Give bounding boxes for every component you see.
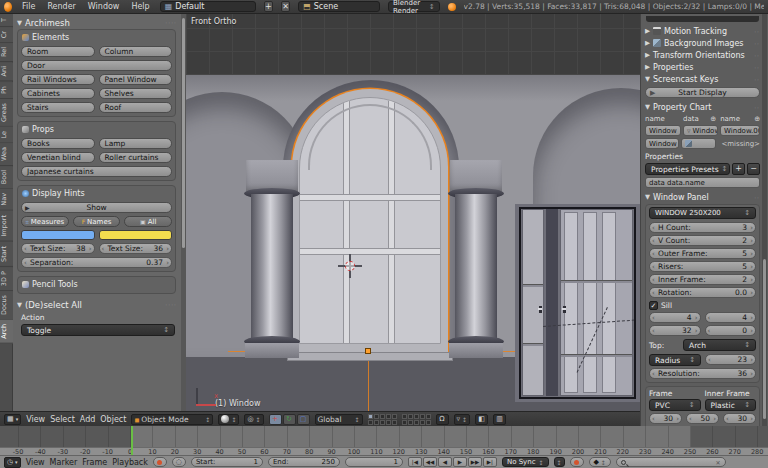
keying-search-field[interactable]: ✕ (616, 457, 726, 467)
properties-presets-dropdown[interactable]: Properties Presets ↕ (645, 163, 730, 175)
action-dropdown[interactable]: Toggle ↕ (21, 324, 175, 336)
window-panel-header[interactable]: ▼ Window Panel ·· (645, 191, 760, 203)
property-path-field[interactable]: data data.name (645, 177, 760, 188)
h-count-field[interactable]: ‹H Count:3› (649, 222, 756, 233)
layer-cell[interactable] (402, 420, 407, 425)
layer-cell[interactable] (386, 414, 391, 419)
extra-dropdown[interactable]: ↕ (554, 457, 565, 467)
sill-checkbox[interactable]: ✓ (649, 301, 658, 310)
layer-cell[interactable] (374, 420, 379, 425)
add-preset-button[interactable]: + (732, 163, 745, 175)
orientation-dropdown[interactable]: Global ↕ (315, 414, 363, 425)
blender-logo-icon[interactable] (4, 2, 12, 12)
books-button[interactable]: Books (21, 138, 95, 149)
background-images-panel-header[interactable]: ▶ Background Images ·· (645, 37, 760, 49)
increment-icon[interactable]: › (89, 244, 92, 254)
radius-value-field[interactable]: ‹23› (705, 354, 756, 365)
stairs-button[interactable]: Stairs (21, 102, 95, 113)
timeline-menu-view[interactable]: View (26, 458, 45, 467)
toolshelf-tab-t[interactable]: T (0, 14, 13, 27)
arched-window-object[interactable] (292, 89, 448, 355)
deselect-panel-header[interactable]: ▼ (De)select All ···· (13, 298, 181, 311)
layer-cell[interactable] (392, 420, 397, 425)
motion-tracking-panel-header[interactable]: ▶ Motion Tracking ·· (645, 25, 760, 37)
manipulator-rotate-button[interactable]: ↻ (283, 414, 296, 425)
manipulator-scale-button[interactable]: ▢ (297, 414, 310, 425)
frame-material-dropdown[interactable]: PVC↕ (649, 399, 701, 411)
lamp-button[interactable]: Lamp (99, 138, 173, 149)
toolshelf-tab-wea[interactable]: Wea (0, 143, 13, 166)
window-preset-dropdown[interactable]: WINDOW 250X200 ↕ (649, 207, 756, 219)
all-toggle[interactable]: ▣ All (124, 216, 172, 227)
layer-cell[interactable] (392, 414, 397, 419)
timeline-ruler[interactable]: -50-40-30-20-100102030405060708090100110… (0, 426, 768, 455)
viewport-menu-view[interactable]: View (26, 415, 45, 424)
measures-toggle[interactable]: ⌗ Measures (21, 216, 69, 227)
chart-name-field[interactable]: Window (645, 125, 681, 136)
layer-cell[interactable] (368, 420, 373, 425)
pencil-tools-section[interactable]: Pencil Tools (17, 276, 176, 294)
layer-cell[interactable] (380, 420, 385, 425)
screencast-keys-panel-header[interactable]: ▼ Screencast Keys ·· (645, 73, 760, 85)
frame-end-field[interactable]: End: 250 (268, 457, 340, 467)
menu-window[interactable]: Window (86, 2, 122, 11)
toolshelf-tab-le[interactable]: Le (0, 127, 13, 144)
3d-viewport[interactable]: Front Ortho (1) Window x (186, 14, 640, 411)
column-left[interactable] (244, 160, 300, 358)
sill-y-field[interactable]: ‹4› (705, 312, 757, 323)
toolshelf-tab-cr[interactable]: Cr (0, 27, 13, 43)
timeline-editor-type-button[interactable]: ◷▾ (4, 457, 21, 468)
layer-cell[interactable] (374, 414, 379, 419)
japanese-curtains-button[interactable]: Japanese curtains (21, 166, 172, 177)
roller-curtains-button[interactable]: Roller curtains (99, 152, 173, 163)
toolshelf-tab-import[interactable]: Import (0, 211, 13, 242)
radius-mode-dropdown[interactable]: Radius↕ (649, 354, 701, 366)
remove-preset-button[interactable]: − (747, 163, 760, 175)
next-keyframe-button[interactable]: ▶▶ (468, 457, 482, 467)
opengl-render-anim-button[interactable]: ▥ (493, 414, 506, 425)
layer-cell[interactable] (380, 414, 385, 419)
cabinets-button[interactable]: Cabinets (21, 88, 95, 99)
viewport-menu-object[interactable]: Object (100, 415, 126, 424)
play-reverse-button[interactable]: ◀ (438, 457, 452, 467)
inner-frame-material-dropdown[interactable]: Plastic↕ (705, 399, 757, 411)
snap-element-dropdown[interactable]: ▿↕ (454, 414, 471, 425)
transform-orientations-panel-header[interactable]: ▶ Transform Orientations ·· (645, 49, 760, 61)
names-color-swatch[interactable] (99, 230, 173, 240)
menu-file[interactable]: File (20, 2, 37, 11)
sync-dropdown[interactable]: No Sync ↕ (502, 457, 549, 467)
sill-x-field[interactable]: ‹4› (649, 312, 701, 323)
toolshelf-tab-3d-p[interactable]: 3D P (0, 267, 13, 291)
toolshelf-tab-ph[interactable]: Ph (0, 82, 13, 99)
increment-icon[interactable]: › (166, 244, 169, 254)
door-button[interactable]: Door (21, 60, 172, 71)
layer-cell[interactable] (420, 414, 425, 419)
sill-z-field[interactable]: ‹32› (649, 325, 701, 336)
add-data-icon[interactable]: ⊕ (710, 115, 716, 123)
keying-set-dropdown[interactable]: ◆↕ (589, 457, 611, 467)
jump-to-start-button[interactable]: |◀ (408, 457, 422, 467)
toolshelf-tab-nav[interactable]: Nav (0, 189, 13, 211)
chart-data-field[interactable]: ▿ Window... (683, 125, 718, 136)
chart-name2-field[interactable]: Window.002 (720, 125, 760, 136)
render-engine-selector[interactable]: Blender Render ↕ (388, 1, 440, 12)
layer-cell[interactable] (408, 414, 413, 419)
resolution-field[interactable]: ‹Resolution:36› (649, 368, 756, 379)
room-button[interactable]: Room (21, 46, 95, 57)
toolshelf-tab-ani[interactable]: Ani (0, 62, 13, 81)
opengl-render-button[interactable]: ◧ (475, 414, 488, 425)
mode-dropdown[interactable]: ◼ Object Mode ↕ (131, 414, 213, 425)
snap-magnet-button[interactable]: Ω (436, 414, 449, 425)
current-frame-field[interactable]: 1 (345, 457, 403, 467)
timeline-menu-marker[interactable]: Marker (50, 458, 78, 467)
sidebar-scrollbar[interactable] (762, 14, 767, 426)
layer-cell[interactable] (414, 420, 419, 425)
decrement-icon[interactable]: ‹ (24, 258, 27, 268)
toolshelf-tab-arch[interactable]: Arch (0, 320, 13, 344)
properties-panel-header[interactable]: ▶ Properties ·· (645, 61, 760, 73)
frame-start-field[interactable]: Start: 1 (191, 457, 263, 467)
play-button[interactable]: ▶ (453, 457, 467, 467)
chart-name-field[interactable]: Window_G... (645, 138, 679, 149)
text-size-left-field[interactable]: ‹ Text Size: 38 › (21, 243, 95, 254)
shelves-button[interactable]: Shelves (99, 88, 173, 99)
